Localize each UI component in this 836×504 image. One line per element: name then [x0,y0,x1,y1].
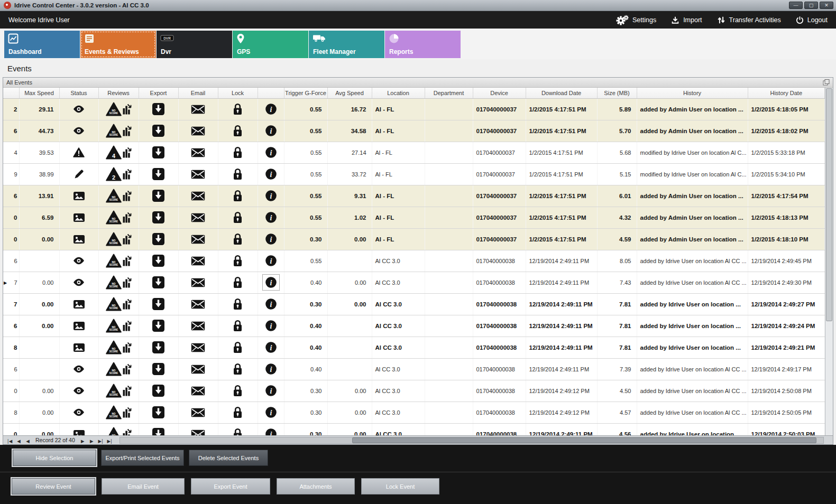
column-header-avg-speed[interactable]: Avg Speed [327,88,372,98]
column-header-department[interactable]: Department [425,88,473,98]
export-cell[interactable] [139,163,178,185]
info-cell[interactable]: i [258,315,284,337]
info-cell[interactable]: i [258,98,284,120]
tab-dashboard[interactable]: Dashboard [4,31,80,58]
popout-icon[interactable] [823,79,830,86]
export-cell[interactable] [139,380,178,402]
lock-cell[interactable] [218,272,258,293]
lock-icon[interactable] [233,385,243,397]
export-icon[interactable] [152,124,165,137]
email-cell[interactable] [178,207,218,228]
email-icon[interactable] [191,300,205,309]
lock-cell[interactable] [218,228,258,250]
table-row[interactable]: 00.00NOSCOREi0.300.00Al CC 3.00170400000… [3,423,825,435]
info-cell[interactable]: i [258,358,284,380]
info-icon[interactable]: i [263,296,279,312]
info-cell[interactable]: i [258,185,284,207]
lock-icon[interactable] [233,125,243,137]
column-header-export[interactable]: Export [139,88,178,98]
lock-cell[interactable] [218,163,258,185]
lock-icon[interactable] [233,276,243,288]
info-cell[interactable]: i [258,120,284,142]
column-header-history[interactable]: History [637,88,748,98]
email-cell[interactable] [178,272,218,293]
tab-fleet-manager[interactable]: Fleet Manager [309,31,384,58]
table-row[interactable]: 644.73NOSCOREi0.5534.58Al - FL0170400000… [3,120,825,142]
info-icon[interactable]: i [263,275,279,290]
info-cell[interactable]: i [258,272,284,293]
reviews-cell[interactable]: 2 [98,163,139,185]
email-cell[interactable] [178,402,218,423]
info-cell[interactable]: i [258,163,284,185]
email-icon[interactable] [191,170,205,179]
lock-cell[interactable] [218,207,258,228]
menubar-action-settings[interactable]: Settings [616,15,656,25]
info-icon[interactable]: i [263,318,279,333]
lock-icon[interactable] [233,428,243,435]
delete-selected-events-button[interactable]: Delete Selected Events [189,450,268,466]
export-icon[interactable] [152,211,165,224]
table-row[interactable]: 938.992i0.5533.72Al - FL0170400000371/2/… [3,163,825,185]
info-icon[interactable]: i [263,253,279,268]
email-icon[interactable] [191,321,205,331]
menubar-action-logout[interactable]: Logout [796,16,828,24]
export-cell[interactable] [139,423,178,435]
table-row[interactable]: 80.00NOSCOREi0.300.00Al CC 3.00170400000… [3,402,825,423]
nav-next-button-2[interactable]: ▶| [96,437,105,445]
horizontal-scrollbar-thumb[interactable] [352,437,816,443]
reviews-cell[interactable]: NOSCORE [98,402,139,423]
info-cell[interactable]: i [258,250,284,272]
export-icon[interactable] [152,319,165,332]
email-cell[interactable] [178,315,218,337]
attachments-button[interactable]: Attachments [277,478,355,494]
export-icon[interactable] [152,362,165,376]
export-cell[interactable] [139,228,178,250]
column-header-info[interactable] [258,88,284,98]
email-cell[interactable] [178,337,218,358]
column-header-reviews[interactable]: Reviews [98,88,139,98]
reviews-cell[interactable]: NOSCORE [98,185,139,207]
reviews-cell[interactable]: NOSCORE [98,358,139,380]
email-cell[interactable] [178,293,218,315]
tab-reports[interactable]: Reports [385,31,461,58]
export-cell[interactable] [139,185,178,207]
horizontal-scrollbar[interactable] [120,437,824,444]
info-icon[interactable]: i [263,145,279,160]
lock-icon[interactable] [233,233,243,245]
email-icon[interactable] [191,191,205,201]
reviews-cell[interactable]: NOSCORE [98,228,139,250]
maximize-button[interactable]: ▢ [804,2,818,9]
column-header-location[interactable]: Location [372,88,425,98]
export-icon[interactable] [152,384,165,397]
info-cell[interactable]: i [258,402,284,423]
email-cell[interactable] [178,423,218,435]
table-row[interactable]: 229.11NOSCOREi0.5516.72Al - FL0170400000… [3,98,825,120]
table-row[interactable]: 6NOSCOREi0.40Al CC 3.001704000003812/19/… [3,358,825,380]
lock-icon[interactable] [233,298,243,310]
lock-cell[interactable] [218,98,258,120]
review-event-button[interactable]: Review Event [12,478,95,494]
export-icon[interactable] [152,276,165,289]
table-row[interactable]: 6NOSCOREi0.55Al CC 3.001704000003812/19/… [3,250,825,272]
reviews-cell[interactable]: NOSCORE [98,272,139,293]
table-row[interactable]: 439.534i0.5527.14Al - FL0170400000371/2/… [3,142,825,163]
column-header-email[interactable]: Email [178,88,218,98]
reviews-cell[interactable]: NOSCORE [98,423,139,435]
lock-icon[interactable] [233,320,243,332]
info-cell[interactable]: i [258,423,284,435]
reviews-cell[interactable]: NOSCORE [98,315,139,337]
export-icon[interactable] [152,254,165,267]
reviews-cell[interactable]: NOSCORE [98,293,139,315]
email-icon[interactable] [191,386,205,396]
lock-cell[interactable] [218,380,258,402]
export-print-selected-events-button[interactable]: Export/Print Selected Events [101,450,184,466]
lock-cell[interactable] [218,315,258,337]
info-icon[interactable]: i [263,101,279,117]
export-icon[interactable] [152,189,165,202]
lock-icon[interactable] [233,341,243,353]
email-icon[interactable] [191,105,205,114]
email-icon[interactable] [191,278,205,287]
lock-icon[interactable] [233,168,243,180]
lock-cell[interactable] [218,423,258,435]
info-cell[interactable]: i [258,293,284,315]
